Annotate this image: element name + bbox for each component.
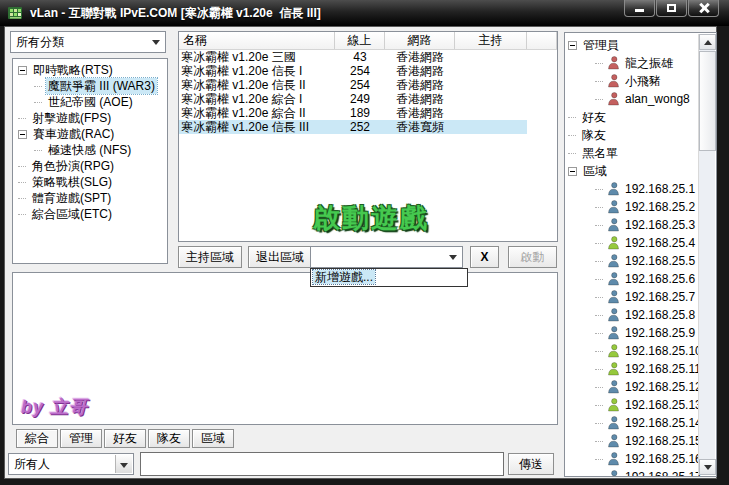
- collapse-icon[interactable]: [568, 167, 577, 176]
- category-label: 射擊遊戲(FPS): [30, 110, 113, 126]
- room-row[interactable]: 寒冰霸權 v1.20e 信長 II254香港網路: [179, 78, 557, 92]
- category-node[interactable]: 射擊遊戲(FPS): [18, 110, 167, 126]
- launch-button[interactable]: 啟動: [508, 246, 557, 268]
- user-item[interactable]: 192.168.25.8: [568, 306, 716, 324]
- leave-area-button[interactable]: 退出區域: [248, 246, 312, 268]
- user-group[interactable]: 管理員: [568, 36, 716, 54]
- chat-log: by 立哥: [12, 272, 558, 425]
- user-item[interactable]: 192.168.25.1: [568, 180, 716, 198]
- user-group[interactable]: 隊友: [568, 126, 716, 144]
- user-item[interactable]: 192.168.25.3: [568, 216, 716, 234]
- maximize-button[interactable]: [656, 0, 687, 17]
- user-item[interactable]: 192.168.25.6: [568, 270, 716, 288]
- room-cell: [455, 92, 527, 106]
- user-group-label: 黑名單: [580, 144, 620, 162]
- column-header[interactable]: 名稱: [179, 32, 335, 49]
- room-row[interactable]: 寒冰霸權 v1.20e 信長 III252香港寬頻: [179, 120, 557, 134]
- collapse-icon[interactable]: [18, 66, 27, 75]
- user-item[interactable]: 192.168.25.4: [568, 234, 716, 252]
- user-item[interactable]: 192.168.25.9: [568, 324, 716, 342]
- user-item[interactable]: 小飛豬: [568, 72, 716, 90]
- room-row[interactable]: 寒冰霸權 v1.20e 信長 I254香港網路: [179, 64, 557, 78]
- scroll-down-button[interactable]: [699, 459, 716, 475]
- category-node[interactable]: 綜合區域(ETC): [18, 206, 167, 222]
- column-header[interactable]: 線上: [335, 32, 385, 49]
- minimize-button[interactable]: [624, 0, 655, 17]
- close-button[interactable]: [688, 0, 719, 17]
- user-item[interactable]: 192.168.25.5: [568, 252, 716, 270]
- room-cell: 寒冰霸權 v1.20e 信長 II: [179, 78, 335, 92]
- user-item[interactable]: 192.168.25.12: [568, 378, 716, 396]
- user-name: 192.168.25.16: [623, 450, 704, 468]
- category-node[interactable]: 策略戰棋(SLG): [18, 174, 167, 190]
- category-node[interactable]: 即時戰略(RTS): [18, 62, 167, 78]
- chat-tab[interactable]: 隊友: [148, 429, 190, 448]
- user-name: 192.168.25.12: [623, 378, 704, 396]
- user-name: 192.168.25.15: [623, 432, 704, 450]
- category-node[interactable]: 魔獸爭霸 III (WAR3): [18, 78, 167, 94]
- room-table-header[interactable]: 名稱線上網路主持: [179, 32, 557, 50]
- user-item[interactable]: 192.168.25.7: [568, 288, 716, 306]
- room-table: 名稱線上網路主持 寒冰霸權 v1.20e 三國43香港網路寒冰霸權 v1.20e…: [178, 31, 558, 242]
- chat-tab[interactable]: 管理: [60, 429, 102, 448]
- room-row[interactable]: 寒冰霸權 v1.20e 三國43香港網路: [179, 50, 557, 64]
- tree-line-icon: [34, 102, 42, 103]
- category-filter-combobox[interactable]: 所有分類: [10, 31, 166, 53]
- clear-game-button[interactable]: X: [470, 246, 499, 268]
- user-item[interactable]: 192.168.25.10: [568, 342, 716, 360]
- chat-tab[interactable]: 好友: [104, 429, 146, 448]
- scroll-up-button[interactable]: [699, 34, 716, 50]
- user-group[interactable]: 區域: [568, 162, 716, 180]
- room-cell: 香港網路: [385, 78, 455, 92]
- user-item[interactable]: 龍之振雄: [568, 54, 716, 72]
- user-item[interactable]: 192.168.25.11: [568, 360, 716, 378]
- column-header[interactable]: 網路: [385, 32, 455, 49]
- user-name: 192.168.25.5: [623, 252, 697, 270]
- green-user-icon: [607, 236, 620, 250]
- category-node[interactable]: 極速快感 (NFS): [18, 142, 167, 158]
- blue-user-icon: [607, 416, 620, 430]
- room-cell: 香港網路: [385, 50, 455, 64]
- category-node[interactable]: 世紀帝國 (AOE): [18, 94, 167, 110]
- user-item[interactable]: alan_wong8: [568, 90, 716, 108]
- launch-game-watermark: 啟動遊戲: [313, 200, 429, 236]
- game-select-combobox[interactable]: [310, 246, 463, 268]
- category-node[interactable]: 角色扮演(RPG): [18, 158, 167, 174]
- user-item[interactable]: 192.168.25.14: [568, 414, 716, 432]
- recipient-combobox[interactable]: 所有人: [8, 453, 134, 475]
- dropdown-item-label: 新增遊戲...: [313, 270, 375, 284]
- collapse-icon[interactable]: [18, 130, 27, 139]
- room-cell: 254: [335, 64, 385, 78]
- user-item[interactable]: 192.168.25.15: [568, 432, 716, 450]
- collapse-icon[interactable]: [568, 41, 577, 50]
- user-name: 192.168.25.6: [623, 270, 697, 288]
- tree-line-icon: [595, 333, 603, 334]
- combo-arrow-button[interactable]: [115, 455, 132, 473]
- category-node[interactable]: 體育遊戲(SPT): [18, 190, 167, 206]
- user-name: 192.168.25.17: [623, 468, 704, 477]
- dropdown-item-add-game[interactable]: 新增遊戲...: [311, 269, 467, 286]
- user-group[interactable]: 黑名單: [568, 144, 716, 162]
- column-header[interactable]: 主持: [455, 32, 527, 49]
- room-row[interactable]: 寒冰霸權 v1.20e 綜合 I249香港網路: [179, 92, 557, 106]
- user-item[interactable]: 192.168.25.2: [568, 198, 716, 216]
- category-node[interactable]: 賽車遊戲(RAC): [18, 126, 167, 142]
- chat-tab[interactable]: 綜合: [16, 429, 58, 448]
- window-title: vLan - 互聯對戰 IPvE.COM [寒冰霸權 v1.20e 信長 III…: [30, 5, 321, 22]
- chat-tab[interactable]: 區域: [192, 429, 234, 448]
- user-item[interactable]: 192.168.25.16: [568, 450, 716, 468]
- tree-line-icon: [595, 459, 603, 460]
- category-label: 極速快感 (NFS): [46, 142, 133, 158]
- room-cell: 252: [335, 120, 385, 134]
- host-area-button[interactable]: 主持區域: [178, 246, 242, 268]
- category-label: 即時戰略(RTS): [31, 62, 115, 78]
- scrollbar-thumb[interactable]: [699, 51, 716, 151]
- room-cell: 寒冰霸權 v1.20e 綜合 II: [179, 106, 335, 120]
- message-input[interactable]: [140, 452, 504, 476]
- user-group[interactable]: 好友: [568, 108, 716, 126]
- user-item[interactable]: 192.168.25.13: [568, 396, 716, 414]
- user-panel-scrollbar[interactable]: [698, 34, 715, 475]
- user-item[interactable]: 192.168.25.17: [568, 468, 716, 477]
- send-button[interactable]: 傳送: [508, 453, 554, 475]
- room-row[interactable]: 寒冰霸權 v1.20e 綜合 II189香港網路: [179, 106, 557, 120]
